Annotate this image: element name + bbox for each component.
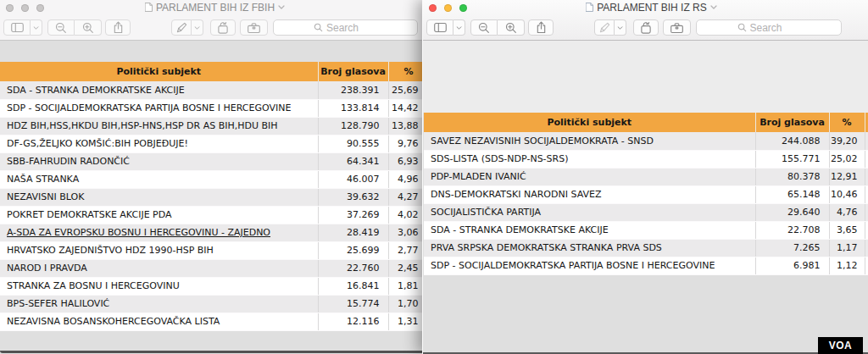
vote-count: 65.148 <box>755 185 829 203</box>
extra-cell <box>865 168 868 185</box>
sidebar-view-chevron-icon[interactable] <box>453 19 465 36</box>
extra-cell <box>865 203 868 221</box>
voa-logo: VOA <box>818 337 863 354</box>
column-header-extra <box>865 113 868 132</box>
table-row: POKRET DEMOKRATSKE AKCIJE PDA 37.269 4,0… <box>0 206 430 224</box>
party-name: SDA - STRANKA DEMOKRATSKE AKCIJE <box>0 81 318 99</box>
vote-count: 128.790 <box>318 117 388 135</box>
markup-pen-button[interactable] <box>594 19 615 36</box>
share-button[interactable] <box>528 19 554 36</box>
table-row: NEZAVISNI BLOK 39.632 4,27 <box>0 188 430 206</box>
table-row: NEZAVISNA BOSANSKOHERCEGOVAČKA LISTA 12.… <box>0 313 430 330</box>
markup-pen-chevron-icon[interactable] <box>192 19 203 36</box>
party-name: SOCIJALISTIČKA PARTIJA <box>424 203 755 221</box>
column-header-percent: % <box>829 113 865 132</box>
table-row: SOCIJALISTIČKA PARTIJA 29.640 4,76 <box>424 203 868 221</box>
table-row: HDZ BIH,HSS,HKDU BIH,HSP-HNS,HSP DR AS B… <box>0 117 430 135</box>
results-table-fbih: Politički subjekt Broj glasova % SDA - S… <box>0 62 430 331</box>
vote-count: 133.814 <box>318 99 388 117</box>
zoom-out-button[interactable] <box>47 19 75 36</box>
table-row: SDS-LISTA (SDS-NDP-NS-SRS) 155.771 25,02 <box>424 150 868 168</box>
vote-count: 46.007 <box>318 170 388 188</box>
vote-count: 155.771 <box>755 150 829 168</box>
table-row: STRANKA ZA BOSNU I HERCEGOVINU 16.841 1,… <box>0 277 430 295</box>
vote-percent: 39,20 <box>829 132 865 150</box>
search-input[interactable] <box>750 22 801 34</box>
rotate-left-button[interactable] <box>210 19 236 36</box>
column-header-votes: Broj glasova <box>318 62 388 81</box>
vote-count: 80.378 <box>755 168 829 185</box>
table-row: SBB-FAHRUDIN RADONČIĆ 64.341 6,93 <box>0 152 430 170</box>
vote-count: 37.269 <box>318 206 388 224</box>
sidebar-view-chevron-icon[interactable] <box>31 19 42 36</box>
vote-count: 25.699 <box>318 241 388 259</box>
zoom-in-button[interactable] <box>498 19 525 36</box>
document-icon <box>586 3 593 12</box>
share-button[interactable] <box>105 19 131 36</box>
markup-pen-chevron-icon[interactable] <box>615 19 626 36</box>
screen: PARLAMENT BIH IZ FBIH <box>0 0 868 354</box>
party-name: HRVATSKO ZAJEDNIŠTVO HDZ 1990-HSP BIH <box>0 241 318 259</box>
vote-count: 15.774 <box>318 295 388 313</box>
party-name: PRVA SRPSKA DEMOKRATSKA STRANKA PRVA SDS <box>424 239 755 257</box>
table-row: SDP - SOCIJALDEMOKRATSKA PARTIJA BOSNE I… <box>0 99 430 117</box>
window-bottom-edge <box>0 351 430 353</box>
vote-percent: 12,91 <box>829 168 865 185</box>
markup-pen-button[interactable] <box>171 19 192 36</box>
vote-count: 64.341 <box>318 152 388 170</box>
markup-toolbox-button[interactable] <box>240 19 268 36</box>
table-row: A-SDA ZA EVROPSKU BOSNU I HERCEGOVINU - … <box>0 224 430 241</box>
sidebar-view-button[interactable] <box>3 19 31 36</box>
zoom-in-button[interactable] <box>75 19 102 36</box>
window-title: PARLAMENT BIH IZ FBIH <box>156 2 275 14</box>
party-name: SDA - STRANKA DEMOKRATSKE AKCIJE <box>424 221 755 239</box>
table-row: SDA - STRANKA DEMOKRATSKE AKCIJE 238.391… <box>0 81 430 99</box>
zoom-out-button[interactable] <box>470 19 498 36</box>
party-name: NAŠA STRANKA <box>0 170 318 188</box>
search-input[interactable] <box>326 22 377 34</box>
vote-count: 29.640 <box>755 203 829 221</box>
vote-count: 28.419 <box>318 224 388 241</box>
title-chevron-icon[interactable] <box>710 5 717 9</box>
window-chrome: PARLAMENT BIH IZ FBIH <box>0 0 430 41</box>
sidebar-view-button[interactable] <box>426 19 453 36</box>
document-top-margin <box>423 41 868 113</box>
table-row: SDA - STRANKA DEMOKRATSKE AKCIJE 22.708 … <box>424 221 868 239</box>
titlebar: PARLAMENT BIH IZ RS <box>423 0 868 14</box>
vote-percent: 1,17 <box>829 239 865 257</box>
window-title: PARLAMENT BIH IZ RS <box>597 2 707 14</box>
search-field[interactable] <box>273 19 418 36</box>
table-row: PRVA SRPSKA DEMOKRATSKA STRANKA PRVA SDS… <box>424 239 868 257</box>
party-name: STRANKA ZA BOSNU I HERCEGOVINU <box>0 277 318 295</box>
window-chrome: PARLAMENT BIH IZ RS <box>423 0 868 41</box>
table-row: DNS-DEMOKRATSKI NARODNI SAVEZ 65.148 10,… <box>424 185 868 203</box>
toolbar <box>423 14 868 41</box>
vote-count: 6.981 <box>755 257 829 274</box>
extra-cell <box>865 150 868 168</box>
vote-count: 90.555 <box>318 135 388 152</box>
markup-toolbox-button[interactable] <box>663 19 691 36</box>
table-row: NAROD I PRAVDA 22.760 2,45 <box>0 259 430 277</box>
party-name: NAROD I PRAVDA <box>0 259 318 277</box>
party-name: SDS-LISTA (SDS-NDP-NS-SRS) <box>424 150 755 168</box>
party-name: DNS-DEMOKRATSKI NARODNI SAVEZ <box>424 185 755 203</box>
column-header-votes: Broj glasova <box>755 113 829 132</box>
table-row: BPS-SEFER HALILOVIĆ 15.774 1,70 <box>0 295 430 313</box>
party-name: SDP - SOCIJALDEMOKRATSKA PARTIJA BOSNE I… <box>0 99 318 117</box>
vote-count: 238.391 <box>318 81 388 99</box>
vote-percent: 1,12 <box>829 257 865 274</box>
extra-cell <box>865 132 868 150</box>
vote-count: 16.841 <box>318 277 388 295</box>
vote-count: 244.088 <box>755 132 829 150</box>
party-name: NEZAVISNA BOSANSKOHERCEGOVAČKA LISTA <box>0 313 318 330</box>
table-row: HRVATSKO ZAJEDNIŠTVO HDZ 1990-HSP BIH 25… <box>0 241 430 259</box>
table-header-row: Politički subjekt Broj glasova % <box>424 113 868 132</box>
column-header-subject: Politički subjekt <box>424 113 755 132</box>
vote-count: 22.760 <box>318 259 388 277</box>
party-name: SDP - SOCIJALDEMOKRATSKA PARTIJA BOSNE I… <box>424 257 755 274</box>
titlebar: PARLAMENT BIH IZ FBIH <box>0 0 430 14</box>
title-chevron-icon[interactable] <box>278 5 285 9</box>
rotate-left-button[interactable] <box>633 19 659 36</box>
search-field[interactable] <box>696 19 842 36</box>
party-name: SAVEZ NEZAVISNIH SOCIJALDEMOKRATA - SNSD <box>424 132 755 150</box>
